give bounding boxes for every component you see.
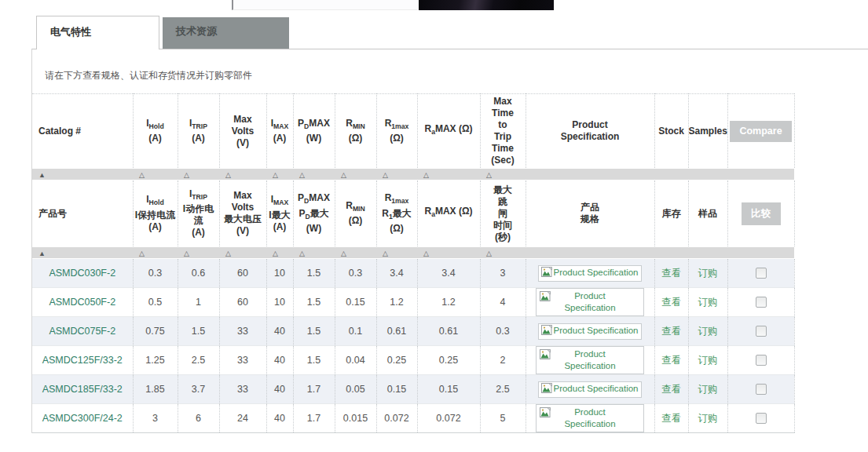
tab-technical-resources[interactable]: 技术资源 [163, 17, 289, 49]
sort-ascending-icon[interactable]: △ [133, 250, 145, 258]
value-cell-pdmax: 1.5 [293, 346, 335, 375]
order-samples-link[interactable]: 订购 [698, 384, 718, 395]
col-header-r1max-en[interactable]: R1max(Ω) [376, 94, 417, 169]
compare-checkbox[interactable] [756, 326, 767, 337]
sort-ascending-icon[interactable]: △ [335, 250, 346, 258]
compare-checkbox[interactable] [756, 297, 767, 308]
value-cell-rmin: 0.05 [335, 375, 376, 404]
broken-image-icon [541, 267, 552, 280]
sort-ascending-icon[interactable]: △ [417, 171, 429, 180]
value-cell-maxvolts: 24 [219, 404, 266, 433]
col-header-itrip-en[interactable]: ITRIP(A) [178, 94, 219, 169]
sort-ascending-icon[interactable]: △ [293, 250, 305, 258]
catalog-link[interactable]: ASMDC125F/33-2 [42, 355, 123, 366]
value-cell-pdmax: 1.7 [293, 404, 335, 433]
sort-ascending-icon[interactable]: △ [480, 171, 492, 180]
col-header-maxtime-cn[interactable]: 最大跳闸时间(秒) [480, 180, 526, 247]
order-samples-link[interactable]: 订购 [698, 413, 718, 424]
col-header-ihold-cn[interactable]: IHoldI保持电流(A) [133, 180, 178, 247]
col-header-maxtime-en[interactable]: MaxTimetoTripTime(Sec) [480, 94, 526, 169]
product-specification-link[interactable]: Product Specification [538, 381, 641, 398]
subscript-text: 1max [391, 198, 408, 206]
col-header-catalog-en[interactable]: Catalog # [32, 94, 133, 169]
sort-ascending-icon[interactable]: △ [417, 250, 429, 258]
product-specification-link[interactable]: Product Specification [536, 404, 644, 432]
part-row: ASMDC125F/33-21.252.533401.50.040.250.25… [32, 346, 794, 375]
value-cell-ihold: 3 [133, 404, 178, 433]
spec-label: Product Specification [553, 268, 638, 277]
col-header-maxvolts-en[interactable]: MaxVolts(V) [219, 94, 266, 169]
catalog-link[interactable]: ASMDC030F-2 [49, 268, 115, 279]
sort-ascending-icon[interactable]: △ [376, 171, 388, 180]
compare-checkbox[interactable] [756, 355, 767, 366]
sort-ascending-icon[interactable]: △ [335, 171, 346, 180]
col-header-maxvolts-cn[interactable]: MaxVolts最大电压(V) [219, 180, 266, 247]
col-header-ramax-en[interactable]: RaMAX (Ω) [417, 94, 480, 169]
sort-cell-catalog: ▲ [32, 247, 133, 259]
sort-ascending-icon[interactable]: △ [266, 250, 278, 258]
compare-checkbox[interactable] [756, 384, 767, 395]
col-header-itrip-cn[interactable]: ITRIPI动作电流(A) [178, 180, 219, 247]
col-header-pdmax-en[interactable]: PDMAX(W) [293, 94, 335, 169]
samples-cell: 订购 [688, 404, 727, 433]
sort-ascending-icon[interactable]: △ [178, 171, 189, 180]
sort-cell-ihold: △ [133, 247, 178, 259]
product-specification-link[interactable]: Product Specification [536, 288, 644, 316]
col-header-ramax-cn[interactable]: RaMAX (Ω) [417, 180, 480, 247]
col-header-imax-cn[interactable]: IMAXI最大(A) [266, 180, 293, 247]
col-header-spec-en: ProductSpecification [526, 94, 654, 169]
catalog-link[interactable]: ASMDC075F-2 [49, 326, 115, 337]
col-header-catalog-cn[interactable]: 产品号 [32, 180, 133, 247]
col-header-stock-cn: 库存 [654, 180, 688, 247]
catalog-link[interactable]: ASMDC050F-2 [49, 297, 115, 308]
col-header-pdmax-cn[interactable]: PDMAXPD最大(W) [293, 180, 335, 247]
sort-cell-samples [688, 247, 727, 259]
order-samples-link[interactable]: 订购 [698, 326, 718, 337]
sort-ascending-icon[interactable]: △ [376, 250, 388, 258]
sort-ascending-icon[interactable]: ▲ [32, 250, 46, 258]
stock-view-link[interactable]: 查看 [661, 326, 681, 337]
product-specification-link[interactable]: Product Specification [538, 323, 641, 340]
catalog-cell: ASMDC050F-2 [32, 288, 133, 317]
product-specification-link[interactable]: Product Specification [538, 265, 641, 282]
compare-checkbox[interactable] [756, 413, 767, 424]
catalog-link[interactable]: ASMDC185F/33-2 [42, 384, 123, 395]
sort-ascending-icon[interactable]: △ [219, 250, 231, 258]
stock-view-link[interactable]: 查看 [661, 384, 681, 395]
sort-ascending-icon[interactable]: △ [133, 171, 145, 180]
sort-ascending-icon[interactable]: △ [219, 171, 231, 180]
compare-checkbox[interactable] [756, 268, 767, 279]
catalog-link[interactable]: ASMDC300F/24-2 [42, 413, 123, 424]
sort-cell-pdmax: △ [293, 247, 335, 259]
compare-button[interactable]: 比较 [742, 202, 781, 225]
sort-ascending-icon[interactable]: △ [480, 250, 492, 258]
col-header-rmin-en[interactable]: RMIN(Ω) [335, 94, 376, 169]
stock-view-link[interactable]: 查看 [661, 297, 681, 308]
col-header-ihold-en[interactable]: IHold(A) [133, 94, 178, 169]
col-header-r1max-cn[interactable]: R1maxR1最大(Ω) [376, 180, 417, 247]
sort-ascending-icon[interactable]: △ [266, 171, 278, 180]
stock-view-link[interactable]: 查看 [661, 268, 681, 279]
subscript-text: TRIP [192, 122, 207, 130]
sort-ascending-icon[interactable]: △ [293, 171, 305, 180]
sort-ascending-icon[interactable]: ▲ [32, 171, 46, 180]
order-samples-link[interactable]: 订购 [698, 268, 718, 279]
spec-label: Product Specification [555, 406, 625, 430]
product-image-placeholder [232, 0, 418, 10]
part-row: ASMDC075F-20.751.533401.50.10.610.610.3P… [32, 317, 794, 346]
value-cell-itrip: 3.7 [178, 375, 219, 404]
value-cell-rmin: 0.015 [335, 404, 376, 433]
col-header-rmin-cn[interactable]: RMIN(Ω) [335, 180, 376, 247]
sort-ascending-icon[interactable]: △ [178, 250, 189, 258]
stock-view-link[interactable]: 查看 [661, 355, 681, 366]
subscript-text: MIN [353, 122, 365, 130]
compare-button[interactable]: Compare [730, 121, 792, 142]
order-samples-link[interactable]: 订购 [698, 355, 718, 366]
tab-electrical-characteristics[interactable]: 电气特性 [36, 16, 159, 49]
stock-view-link[interactable]: 查看 [661, 413, 681, 424]
col-header-imax-en[interactable]: IMAX(A) [266, 94, 293, 169]
value-cell-rmin: 0.1 [335, 317, 376, 346]
order-samples-link[interactable]: 订购 [698, 297, 718, 308]
value-cell-r1max: 0.072 [376, 404, 417, 433]
product-specification-link[interactable]: Product Specification [536, 346, 644, 374]
